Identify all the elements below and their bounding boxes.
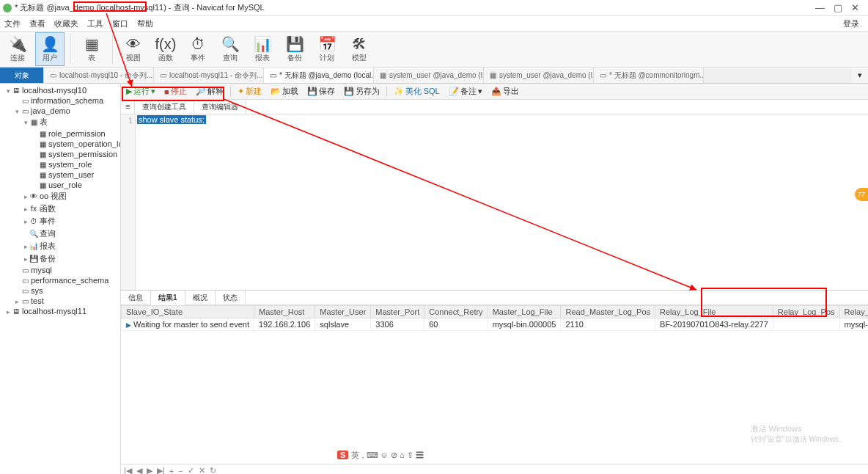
menu-view[interactable]: 查看 [29, 18, 45, 29]
run-button[interactable]: ▶ 运行 ▾ [124, 86, 158, 97]
folder-queries[interactable]: 🔍查询 [0, 227, 120, 240]
tab-result1[interactable]: 结果1 [151, 291, 185, 305]
cell-7[interactable]: BF-20190701O843-relay.2277 [655, 318, 773, 331]
load-button[interactable]: 📂 加载 [268, 86, 301, 97]
connection-tree[interactable]: ▾🖥localhost-mysql10▭information_schema▾▭… [0, 84, 121, 474]
toolbar-计划[interactable]: 📅计划 [312, 32, 342, 66]
export-button[interactable]: 📤 导出 [489, 86, 521, 97]
cell-2[interactable]: sqlslave [315, 318, 371, 331]
close-button[interactable]: ✕ [851, 2, 859, 13]
result-grid[interactable]: Slave_IO_StateMaster_HostMaster_UserMast… [121, 305, 868, 464]
doctab-1[interactable]: ▭localhost-mysql10 - 命令列... [44, 68, 154, 83]
sql-editor[interactable]: 1 show slave status; [121, 114, 868, 291]
nav-add-icon[interactable]: + [169, 467, 174, 475]
nav-cancel-icon[interactable]: ✕ [199, 466, 205, 474]
db-information-schema[interactable]: ▭information_schema [0, 95, 120, 106]
tab-editor[interactable]: 查询编辑器 [194, 100, 246, 114]
toolbar-模型[interactable]: 🛠模型 [345, 32, 374, 66]
nav-ok-icon[interactable]: ✓ [188, 466, 194, 474]
cell-5[interactable]: mysql-bin.000005 [488, 318, 561, 331]
saveas-button[interactable]: 💾 另存为 [342, 86, 382, 97]
beautify-button[interactable]: ✨ 美化 SQL [391, 86, 442, 97]
menu-help[interactable]: 帮助 [137, 18, 153, 29]
toolbar-用户[interactable]: 👤用户 [35, 32, 65, 66]
folder-events[interactable]: ▸⏱事件 [0, 215, 120, 227]
doctab-3[interactable]: ▭* 无标题 @java_demo (local... [264, 68, 374, 83]
toolbar-报表[interactable]: 📊报表 [248, 32, 277, 66]
tab-info[interactable]: 信息 [121, 291, 151, 305]
minimize-button[interactable]: — [815, 2, 825, 13]
cell-0[interactable]: ▶ Waiting for master to send event [122, 318, 254, 331]
conn-mysql11[interactable]: ▸🖥localhost-mysql11 [0, 306, 120, 316]
table-system_operation_log[interactable]: ▦system_operation_log [0, 139, 120, 149]
db-test[interactable]: ▸▭test [0, 296, 120, 306]
nav-first-icon[interactable]: |◀ [124, 466, 132, 474]
conn-mysql10[interactable]: ▾🖥localhost-mysql10 [0, 85, 120, 95]
notification-badge[interactable]: 77 [855, 188, 868, 201]
doctab-4[interactable]: ▦system_user @java_demo (l... [374, 68, 484, 83]
db-sys[interactable]: ▭sys [0, 285, 120, 296]
db-perf[interactable]: ▭performance_schema [0, 275, 120, 285]
col-Connect_Retry[interactable]: Connect_Retry [424, 306, 488, 318]
folder-views[interactable]: ▸👁oo 视图 [0, 190, 120, 203]
nav-next-icon[interactable]: ▶ [147, 466, 152, 474]
nav-refresh-icon[interactable]: ↻ [210, 466, 216, 474]
nav-last-icon[interactable]: ▶| [157, 466, 165, 474]
table-role_permission[interactable]: ▦role_permission [0, 128, 120, 139]
col-Read_Master_Log_Pos[interactable]: Read_Master_Log_Pos [561, 306, 655, 318]
cell-1[interactable]: 192.168.2.106 [254, 318, 315, 331]
toolbar-视图[interactable]: 👁视图 [119, 32, 148, 66]
cell-9[interactable]: mysql-bin.000005 [839, 318, 868, 331]
toolbar-函数[interactable]: f(x)函数 [151, 32, 180, 66]
tab-status[interactable]: 状态 [216, 291, 246, 305]
col-Relay_Master_Log_File[interactable]: Relay_Master_Log_File [839, 306, 868, 318]
toolbar-查询[interactable]: 🔍查询 [216, 32, 245, 66]
login-link[interactable]: 登录 [843, 18, 864, 29]
cell-6[interactable]: 2110 [561, 318, 655, 331]
ime-icons[interactable]: 英 , ⌨ ☺ ⊘ ⌂ ⇪ ☰ [351, 450, 423, 461]
col-Master_Log_File[interactable]: Master_Log_File [488, 306, 561, 318]
toolbar-事件[interactable]: ⏱事件 [183, 32, 213, 66]
stop-button[interactable]: ■ 停止 [162, 86, 189, 97]
save-button[interactable]: 💾 保存 [305, 86, 337, 97]
note-button[interactable]: 📝 备注 ▾ [446, 86, 485, 97]
doctab-0[interactable]: 对象 [0, 68, 44, 83]
toolbar-表[interactable]: ▦表 [77, 32, 106, 66]
cell-8[interactable] [773, 318, 839, 331]
db-java-demo[interactable]: ▾▭java_demo [0, 106, 120, 116]
menu-tools[interactable]: 工具 [87, 18, 103, 29]
sogou-icon[interactable]: S [337, 451, 348, 459]
db-mysql[interactable]: ▭mysql [0, 265, 120, 275]
table-system_role[interactable]: ▦system_role [0, 159, 120, 169]
col-Master_Host[interactable]: Master_Host [254, 306, 315, 318]
col-Relay_Log_Pos[interactable]: Relay_Log_Pos [773, 306, 839, 318]
doctab-2[interactable]: ▭localhost-mysql11 - 命令列... [154, 68, 264, 83]
nav-prev-icon[interactable]: ◀ [136, 466, 142, 474]
menu-window[interactable]: 窗口 [112, 18, 128, 29]
tab-builder[interactable]: 查询创建工具 [135, 100, 194, 114]
new-button[interactable]: ✦ 新建 [235, 86, 264, 97]
toolbar-备份[interactable]: 💾备份 [280, 32, 309, 66]
cell-3[interactable]: 3306 [371, 318, 424, 331]
table-system_permission[interactable]: ▦system_permission [0, 149, 120, 159]
folder-tables[interactable]: ▾▦表 [0, 116, 120, 128]
nav-del-icon[interactable]: − [178, 467, 183, 475]
hamburger-icon[interactable]: ≡ [121, 100, 135, 114]
menu-file[interactable]: 文件 [4, 18, 21, 29]
col-Master_Port[interactable]: Master_Port [371, 306, 424, 318]
col-Master_User[interactable]: Master_User [315, 306, 371, 318]
col-Slave_IO_State[interactable]: Slave_IO_State [122, 306, 254, 318]
folder-backup[interactable]: ▸💾备份 [0, 252, 120, 265]
folder-reports[interactable]: ▸📊报表 [0, 240, 120, 252]
doctab-5[interactable]: ▦system_user @java_demo (l... [484, 68, 594, 83]
menu-fav[interactable]: 收藏夹 [54, 18, 78, 29]
sql-text[interactable]: show slave status; [137, 115, 206, 124]
toolbar-连接[interactable]: 🔌连接 [3, 32, 32, 66]
doctab-6[interactable]: ▭* 无标题 @commonitoringm... [594, 68, 704, 83]
cell-4[interactable]: 60 [424, 318, 488, 331]
close-all-icon[interactable]: ▾ [852, 68, 868, 83]
grid-navigator[interactable]: |◀ ◀ ▶ ▶| + − ✓ ✕ ↻ [121, 464, 868, 474]
folder-functions[interactable]: ▸fx函数 [0, 203, 120, 215]
table-system_user[interactable]: ▦system_user [0, 169, 120, 180]
explain-button[interactable]: 🔎 解释 [194, 86, 226, 97]
